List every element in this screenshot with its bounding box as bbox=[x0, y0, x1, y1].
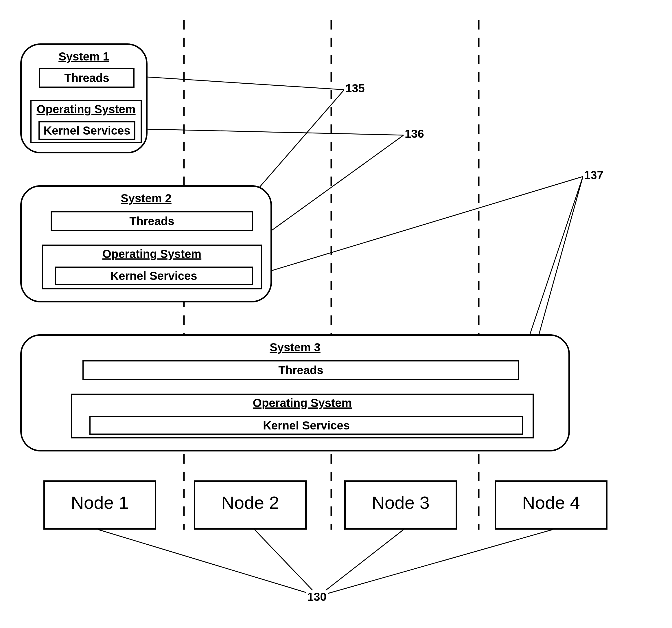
svg-line-3 bbox=[133, 76, 344, 90]
system-3-os-title: Operating System bbox=[72, 395, 533, 410]
node-2: Node 2 bbox=[194, 481, 307, 530]
system-1-kernel: Kernel Services bbox=[39, 121, 136, 140]
system-3-os: Operating System Kernel Services bbox=[71, 394, 534, 438]
system-2-kernel: Kernel Services bbox=[55, 266, 253, 285]
system-3-title: System 3 bbox=[22, 336, 569, 354]
svg-line-11 bbox=[255, 530, 318, 596]
ref-137: 137 bbox=[583, 169, 605, 182]
node-3: Node 3 bbox=[344, 481, 457, 530]
system-1-os: Operating System Kernel Services bbox=[30, 100, 142, 143]
ref-136: 136 bbox=[404, 127, 425, 140]
system-3: System 3 Threads Operating System Kernel… bbox=[20, 334, 570, 451]
svg-line-6 bbox=[252, 135, 404, 245]
system-2: System 2 Threads Operating System Kernel… bbox=[20, 185, 272, 302]
svg-line-10 bbox=[98, 530, 318, 596]
ref-130: 130 bbox=[306, 590, 328, 603]
svg-line-13 bbox=[318, 530, 553, 596]
system-3-kernel: Kernel Services bbox=[89, 416, 523, 435]
ref-135: 135 bbox=[344, 82, 366, 95]
svg-line-12 bbox=[318, 530, 404, 596]
system-1: System 1 Threads Operating System Kernel… bbox=[20, 43, 147, 154]
system-2-title: System 2 bbox=[22, 187, 270, 205]
node-4: Node 4 bbox=[495, 481, 607, 530]
system-1-title: System 1 bbox=[22, 45, 146, 63]
svg-line-4 bbox=[252, 90, 344, 196]
system-2-os: Operating System Kernel Services bbox=[42, 245, 262, 289]
system-1-os-title: Operating System bbox=[31, 101, 141, 116]
system-1-threads: Threads bbox=[39, 68, 135, 88]
svg-line-7 bbox=[243, 177, 583, 279]
svg-line-5 bbox=[133, 129, 404, 135]
system-2-threads: Threads bbox=[51, 211, 253, 231]
node-1: Node 1 bbox=[43, 481, 156, 530]
diagram-canvas: System 1 Threads Operating System Kernel… bbox=[0, 0, 672, 628]
system-3-threads: Threads bbox=[82, 360, 519, 380]
system-2-os-title: Operating System bbox=[43, 246, 261, 260]
